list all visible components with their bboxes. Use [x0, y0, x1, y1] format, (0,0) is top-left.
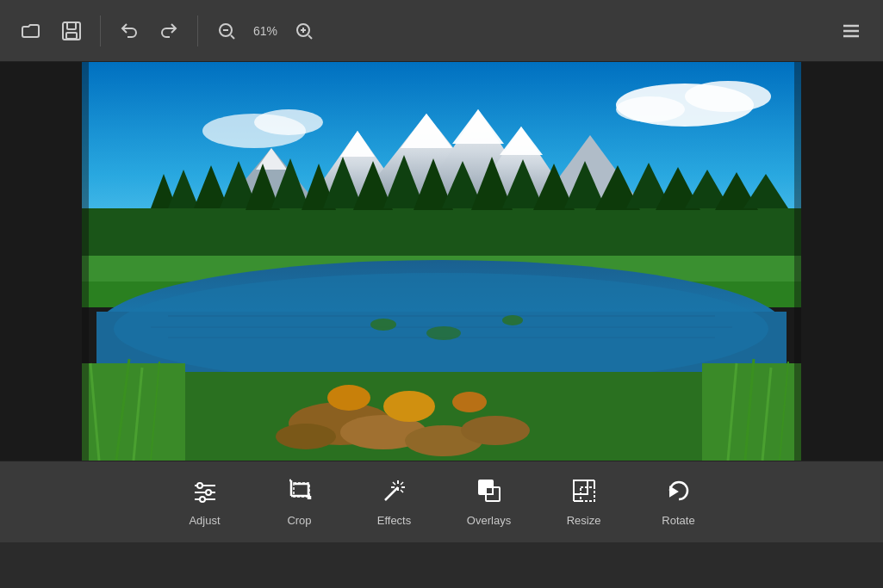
svg-line-106 [401, 490, 403, 492]
svg-point-62 [426, 326, 461, 340]
rotate-icon [665, 477, 693, 509]
open-button[interactable] [14, 13, 50, 49]
svg-line-5 [231, 35, 234, 39]
adjust-label: Adjust [189, 514, 220, 527]
overlays-icon [476, 477, 503, 509]
crop-icon [286, 477, 314, 509]
image-canvas [0, 62, 883, 461]
svg-rect-95 [294, 483, 309, 497]
top-toolbar: 61% [0, 0, 883, 62]
svg-rect-1 [67, 22, 76, 29]
svg-point-69 [461, 416, 530, 445]
svg-point-90 [200, 497, 205, 502]
tool-adjust[interactable]: Adjust [158, 466, 252, 539]
divider-2 [197, 15, 198, 46]
svg-rect-84 [794, 62, 801, 461]
svg-point-70 [327, 385, 370, 411]
svg-line-103 [393, 482, 395, 485]
file-tools [14, 13, 90, 49]
history-tools [111, 13, 187, 49]
redo-button[interactable] [151, 13, 187, 49]
svg-point-15 [685, 81, 771, 112]
zoom-in-button[interactable] [286, 13, 322, 49]
svg-line-105 [393, 490, 395, 492]
resize-label: Resize [567, 514, 601, 527]
svg-point-68 [276, 424, 336, 449]
svg-point-16 [616, 96, 685, 122]
tool-effects[interactable]: Effects [347, 466, 442, 539]
resize-icon [570, 477, 598, 509]
tool-overlays[interactable]: Overlays [442, 466, 537, 539]
crop-label: Crop [287, 514, 311, 527]
tool-crop[interactable]: Crop [252, 466, 347, 539]
adjust-icon [191, 477, 219, 509]
svg-line-9 [308, 35, 312, 39]
effects-label: Effects [377, 514, 412, 527]
zoom-tools: 61% [208, 13, 322, 49]
svg-line-98 [385, 487, 398, 500]
divider-1 [100, 15, 101, 46]
zoom-level: 61% [248, 24, 283, 38]
bottom-toolbar: Adjust Crop [0, 461, 883, 542]
svg-point-61 [370, 319, 396, 331]
svg-marker-116 [670, 487, 677, 496]
svg-line-104 [401, 482, 403, 485]
svg-point-72 [452, 392, 487, 412]
svg-rect-2 [66, 33, 77, 39]
svg-rect-30 [82, 208, 801, 260]
overlays-label: Overlays [467, 514, 511, 527]
menu-button[interactable] [833, 13, 869, 49]
rotate-label: Rotate [662, 514, 694, 527]
zoom-out-button[interactable] [208, 13, 245, 49]
photo [82, 62, 801, 461]
svg-rect-109 [486, 487, 493, 494]
svg-rect-83 [82, 62, 89, 461]
svg-point-89 [206, 490, 211, 495]
effects-icon [381, 477, 408, 509]
svg-point-18 [254, 109, 323, 135]
svg-point-63 [502, 315, 523, 325]
undo-button[interactable] [111, 13, 147, 49]
svg-point-71 [383, 391, 435, 422]
tool-rotate[interactable]: Rotate [631, 466, 726, 539]
tool-resize[interactable]: Resize [537, 466, 631, 539]
save-button[interactable] [53, 13, 90, 49]
svg-point-88 [197, 483, 202, 488]
